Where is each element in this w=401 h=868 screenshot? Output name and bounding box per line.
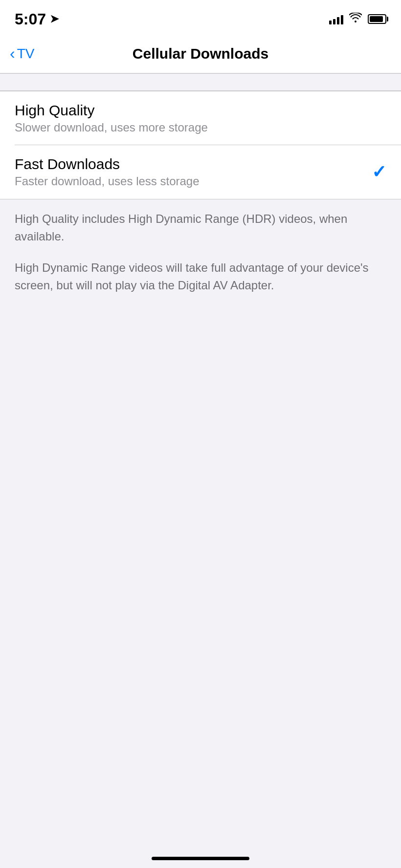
back-chevron-icon: ‹	[10, 45, 15, 61]
back-label: TV	[17, 46, 35, 62]
navigation-bar: ‹ TV Cellular Downloads	[0, 34, 401, 73]
signal-bar-1	[329, 21, 332, 24]
download-quality-group: High Quality Slower download, uses more …	[0, 91, 401, 199]
signal-bar-2	[333, 19, 335, 24]
back-button[interactable]: ‹ TV	[10, 46, 34, 62]
page-title: Cellular Downloads	[133, 45, 268, 62]
high-quality-text: High Quality Slower download, uses more …	[15, 102, 208, 134]
fast-downloads-title: Fast Downloads	[15, 156, 200, 173]
signal-bar-3	[337, 17, 339, 24]
status-time: 5:07 ➤	[15, 10, 59, 28]
checkmark-icon: ✓	[372, 163, 386, 181]
status-icons	[329, 13, 386, 25]
section-separator	[0, 73, 401, 91]
high-quality-row[interactable]: High Quality Slower download, uses more …	[0, 91, 401, 145]
info-paragraph-2: High Dynamic Range videos will take full…	[15, 259, 386, 294]
info-paragraph-1: High Quality includes High Dynamic Range…	[15, 210, 386, 245]
fast-downloads-row[interactable]: Fast Downloads Faster download, uses les…	[0, 145, 401, 199]
location-icon: ➤	[50, 13, 59, 25]
time-label: 5:07	[15, 10, 46, 28]
signal-bar-4	[341, 15, 343, 24]
wifi-icon	[349, 13, 362, 25]
battery-icon	[368, 14, 386, 24]
high-quality-subtitle: Slower download, uses more storage	[15, 121, 208, 134]
status-bar: 5:07 ➤	[0, 0, 401, 34]
info-section: High Quality includes High Dynamic Range…	[0, 199, 401, 305]
home-indicator	[152, 857, 249, 860]
battery-fill	[370, 16, 383, 22]
signal-bars-icon	[329, 14, 343, 24]
fast-downloads-subtitle: Faster download, uses less storage	[15, 174, 200, 188]
high-quality-title: High Quality	[15, 102, 208, 119]
fast-downloads-text: Fast Downloads Faster download, uses les…	[15, 156, 200, 188]
